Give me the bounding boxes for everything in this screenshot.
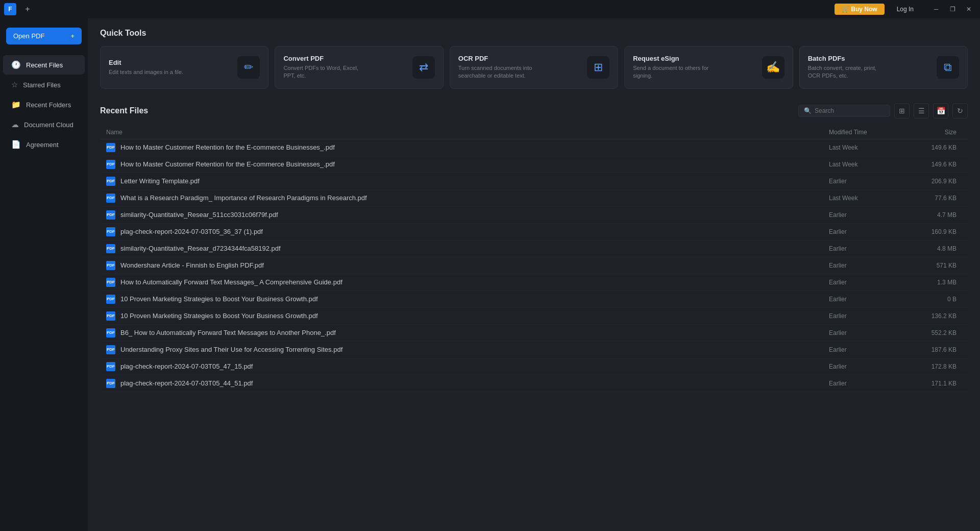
sidebar-item-recent-files[interactable]: 🕐 Recent Files [3, 55, 85, 75]
pdf-icon: PDF [106, 194, 115, 203]
search-input[interactable] [815, 107, 885, 114]
table-row[interactable]: PDF similarity-Quantitative_Resear_d7234… [100, 240, 968, 257]
file-name: plag-check-report-2024-07-03T05_44_51.pd… [120, 379, 829, 387]
restore-button[interactable]: ❐ [945, 2, 960, 16]
table-row[interactable]: PDF How to Automatically Forward Text Me… [100, 274, 968, 291]
tool-desc-convert: Convert PDFs to Word, Excel, PPT, etc. [283, 64, 365, 80]
file-name: plag-check-report-2024-07-03T05_36_37 (1… [120, 228, 829, 235]
pdf-icon: PDF [106, 143, 115, 152]
pdf-icon: PDF [106, 295, 115, 304]
open-pdf-button[interactable]: Open PDF + [6, 28, 82, 44]
sidebar-item-label: Recent Files [26, 61, 63, 69]
file-name: B6_ How to Automatically Forward Text Me… [120, 329, 829, 336]
tool-card-edit[interactable]: Edit Edit texts and images in a file. ✏ [100, 46, 268, 89]
file-name: plag-check-report-2024-07-03T05_47_15.pd… [120, 363, 829, 370]
file-modified: Earlier [829, 228, 911, 235]
file-name: What is a Research Paradigm_ Importance … [120, 194, 829, 202]
pdf-icon: PDF [106, 160, 115, 169]
table-row[interactable]: PDF 10 Proven Marketing Strategies to Bo… [100, 291, 968, 308]
refresh-button[interactable]: ↻ [952, 103, 968, 118]
table-row[interactable]: PDF 10 Proven Marketing Strategies to Bo… [100, 308, 968, 325]
table-row[interactable]: PDF similarity-Quantitative_Resear_511cc… [100, 207, 968, 224]
clock-icon: 🕐 [11, 60, 21, 69]
table-row[interactable]: PDF How to Master Customer Retention for… [100, 139, 968, 156]
table-row[interactable]: PDF plag-check-report-2024-07-03T05_44_5… [100, 375, 968, 392]
table-row[interactable]: PDF plag-check-report-2024-07-03T05_36_3… [100, 224, 968, 240]
file-modified: Last Week [829, 161, 911, 168]
file-modified: Earlier [829, 296, 911, 303]
table-row[interactable]: PDF Letter Writing Template.pdf Earlier … [100, 173, 968, 190]
table-row[interactable]: PDF How to Master Customer Retention for… [100, 156, 968, 173]
file-name: Wondershare Article - Finnish to English… [120, 261, 829, 269]
file-name: Letter Writing Template.pdf [120, 177, 829, 185]
file-size: 149.6 KB [911, 144, 962, 151]
table-row[interactable]: PDF Wondershare Article - Finnish to Eng… [100, 257, 968, 274]
table-row[interactable]: PDF Understanding Proxy Sites and Their … [100, 342, 968, 358]
file-modified: Earlier [829, 312, 911, 320]
file-size: 4.7 MB [911, 211, 962, 219]
sidebar-item-recent-folders[interactable]: 📁 Recent Folders [3, 95, 85, 114]
tool-card-ocr[interactable]: OCR PDF Turn scanned documents into sear… [450, 46, 618, 89]
sidebar-item-starred-files[interactable]: ☆ Starred Files [3, 75, 85, 94]
pdf-icon: PDF [106, 278, 115, 287]
file-rows-container: PDF How to Master Customer Retention for… [100, 139, 968, 392]
file-modified: Last Week [829, 195, 911, 202]
table-row[interactable]: PDF B6_ How to Automatically Forward Tex… [100, 325, 968, 342]
pdf-icon: PDF [106, 362, 115, 371]
pdf-icon: PDF [106, 177, 115, 186]
files-table: Name Modified Time Size PDF How to Maste… [100, 126, 968, 392]
grid-view-button[interactable]: ⊞ [894, 103, 910, 118]
app-icon: F [4, 3, 16, 15]
folder-icon: 📁 [11, 100, 21, 109]
file-modified: Earlier [829, 329, 911, 336]
file-size: 136.2 KB [911, 312, 962, 320]
file-name: How to Automatically Forward Text Messag… [120, 278, 829, 286]
file-size: 149.6 KB [911, 161, 962, 168]
file-name: 10 Proven Marketing Strategies to Boost … [120, 312, 829, 320]
star-icon: ☆ [11, 80, 18, 89]
file-name: 10 Proven Marketing Strategies to Boost … [120, 295, 829, 303]
file-size: 206.9 KB [911, 178, 962, 185]
batch-icon: ⧉ [937, 56, 959, 79]
login-button[interactable]: Log In [890, 4, 921, 15]
file-modified: Earlier [829, 380, 911, 387]
pdf-icon: PDF [106, 261, 115, 270]
tool-card-esign[interactable]: Request eSign Send a document to others … [624, 46, 793, 89]
close-button[interactable]: ✕ [962, 2, 976, 16]
file-name: Understanding Proxy Sites and Their Use … [120, 346, 829, 353]
list-view-button[interactable]: ☰ [914, 103, 929, 118]
minimize-button[interactable]: ─ [929, 2, 943, 16]
pdf-icon: PDF [106, 210, 115, 220]
search-box[interactable]: 🔍 [798, 105, 890, 117]
tool-card-convert[interactable]: Convert PDF Convert PDFs to Word, Excel,… [275, 46, 443, 89]
convert-icon: ⇄ [412, 56, 435, 79]
recent-files-section: Recent Files 🔍 ⊞ ☰ 📅 ↻ Name Modified Tim… [100, 103, 968, 392]
file-name: How to Master Customer Retention for the… [120, 160, 829, 168]
ocr-icon: ⊞ [587, 56, 609, 79]
calendar-view-button[interactable]: 📅 [933, 103, 948, 118]
file-size: 77.6 KB [911, 195, 962, 202]
sidebar-item-agreement[interactable]: 📄 Agreement [3, 135, 85, 154]
sidebar-item-document-cloud[interactable]: ☁ Document Cloud [3, 115, 85, 134]
file-size: 4.8 MB [911, 245, 962, 252]
file-size: 552.2 KB [911, 329, 962, 336]
pdf-icon: PDF [106, 345, 115, 354]
new-tab-button[interactable]: + [20, 2, 35, 16]
window-controls: ─ ❐ ✕ [929, 2, 976, 16]
tool-card-batch[interactable]: Batch PDFs Batch convert, create, print,… [799, 46, 968, 89]
content-area: Quick Tools Edit Edit texts and images i… [88, 18, 980, 531]
sidebar-item-label: Agreement [26, 141, 59, 149]
buy-now-button[interactable]: 🛒 Buy Now [835, 4, 885, 15]
file-modified: Earlier [829, 178, 911, 185]
tool-name-ocr: OCR PDF [458, 55, 540, 62]
recent-files-title: Recent Files [100, 106, 148, 115]
pdf-icon: PDF [106, 379, 115, 388]
sidebar-item-label: Starred Files [23, 81, 61, 89]
recent-files-header: Recent Files 🔍 ⊞ ☰ 📅 ↻ [100, 103, 968, 118]
table-row[interactable]: PDF plag-check-report-2024-07-03T05_47_1… [100, 358, 968, 375]
pdf-icon: PDF [106, 311, 115, 321]
add-icon: + [70, 32, 75, 40]
table-row[interactable]: PDF What is a Research Paradigm_ Importa… [100, 190, 968, 207]
tool-desc-esign: Send a document to others for signing. [633, 64, 715, 80]
esign-icon: ✍ [762, 56, 785, 79]
